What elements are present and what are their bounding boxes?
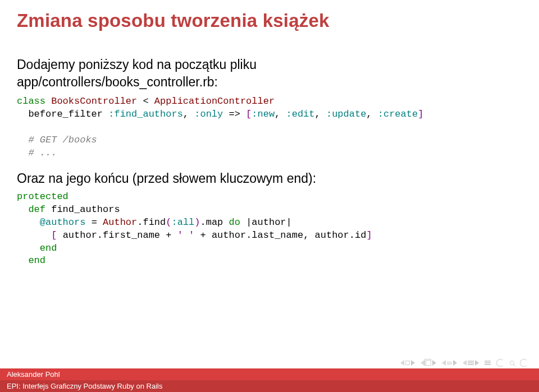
- nav-prev-subsection[interactable]: [442, 360, 457, 366]
- refresh-icon[interactable]: [496, 359, 504, 367]
- comment-1: # GET /books: [28, 135, 97, 145]
- file-path: app/controllers/books_controller.rb:: [17, 75, 218, 89]
- intro-2: Oraz na jego końcu (przed słowem kluczow…: [17, 171, 522, 186]
- footer-course: EPI: Interfejs Graficzny Podstawy Ruby o…: [0, 380, 539, 392]
- triangle-right-icon: [411, 360, 415, 366]
- loop-icon[interactable]: [520, 359, 528, 367]
- keyword-protected: protected: [17, 191, 68, 202]
- triangle-right-icon: [475, 360, 479, 366]
- triangle-left-icon: [442, 360, 446, 366]
- keyword-def: def: [28, 204, 45, 215]
- bars-icon: [447, 362, 452, 365]
- parent-class: ApplicationController: [154, 96, 275, 107]
- slide-footer: Aleksander Pohl EPI: Interfejs Graficzny…: [0, 368, 539, 392]
- ivar-authors: @authors: [40, 217, 86, 228]
- slide-frame: Zmiana sposobu tworzenia książek Dodajem…: [0, 0, 539, 392]
- stack-icon: [426, 360, 431, 366]
- triangle-left-icon: [463, 360, 467, 366]
- triangle-right-icon: [432, 360, 436, 366]
- nav-prev-frame[interactable]: [463, 360, 479, 366]
- square-icon: [405, 361, 410, 365]
- triangle-left-icon: [421, 360, 424, 366]
- intro-text: Dodajemy poniższy kod na początku pliku: [17, 57, 257, 72]
- code-block-1: class BooksController < ApplicationContr…: [17, 95, 522, 160]
- before-filter: before_filter: [28, 109, 103, 119]
- keyword-end-2: end: [28, 255, 45, 266]
- keyword-end-1: end: [40, 243, 57, 253]
- method-name: find_authors: [51, 204, 120, 215]
- nav-prev-slide[interactable]: [400, 360, 415, 366]
- triangle-left-icon: [400, 360, 404, 366]
- comment-2: # ...: [28, 147, 57, 158]
- code-block-2: protected def find_authors @authors = Au…: [17, 191, 522, 268]
- intro-paragraph: Dodajemy poniższy kod na początku pliku …: [17, 56, 522, 91]
- beamer-nav: [400, 359, 528, 367]
- search-icon[interactable]: [510, 361, 514, 365]
- bars-big-icon: [468, 361, 474, 365]
- triangle-right-icon: [453, 360, 457, 366]
- keyword-class: class: [17, 96, 45, 107]
- bars-single-icon: [485, 361, 491, 365]
- footer-author: Aleksander Pohl: [0, 368, 539, 380]
- nav-prev-section[interactable]: [421, 360, 436, 366]
- class-name: BooksController: [51, 96, 137, 107]
- slide-title: Zmiana sposobu tworzenia książek: [17, 10, 522, 31]
